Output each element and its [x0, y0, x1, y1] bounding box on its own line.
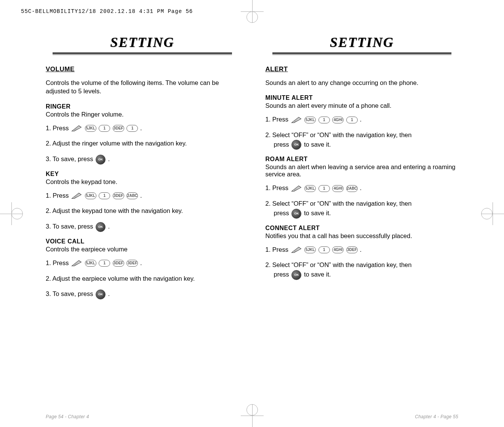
text: 3. To save, press — [46, 155, 95, 162]
key-desc: Controls the keypad tone. — [46, 178, 239, 186]
key-1-icon: 1 — [126, 125, 138, 132]
voice-label: VOICE CALL — [46, 238, 239, 245]
right-page: SETTING ALERT Sounds an alert to any cha… — [252, 34, 472, 404]
key-4-icon: 4GHI — [332, 246, 344, 253]
key-step2: 2. Adjust the keypad tone with the navig… — [46, 206, 239, 216]
text: . — [108, 223, 110, 230]
connect-label: CONNECT ALERT — [266, 225, 459, 232]
minute-desc: Sounds an alert every minute of a phone … — [266, 102, 459, 109]
text: 1. Press — [266, 246, 290, 253]
key-1-icon: 1 — [318, 246, 330, 253]
minute-step1: 1. Press 5JKL 1 4GHI 1 . — [266, 115, 459, 124]
ok-button-icon — [96, 289, 106, 299]
alert-intro: Sounds an alert to any change occurring … — [266, 78, 459, 87]
text: press — [274, 141, 291, 148]
crop-mark-right — [481, 202, 504, 225]
menu-icon — [71, 260, 82, 267]
ringer-step2: 2. Adjust the ringer volume with the nav… — [46, 139, 239, 148]
ok-button-icon — [291, 209, 301, 219]
voice-step3: 3. To save, press . — [46, 289, 239, 299]
ringer-step3: 3. To save, press . — [46, 154, 239, 165]
menu-icon — [291, 185, 302, 192]
text: press — [274, 271, 291, 278]
key-1-icon: 1 — [318, 185, 330, 192]
text: . — [140, 125, 142, 131]
key-4-icon: 4GHI — [332, 117, 344, 123]
voice-step2: 2. Adjust the earpiece volume with the n… — [46, 274, 239, 283]
ringer-step1: 1. Press 5JKL 1 3DEF 1 . — [46, 123, 239, 133]
key-1-icon: 1 — [99, 260, 110, 267]
minute-step2: 2. Select “OFF” or “ON” with the navigat… — [266, 130, 459, 150]
voice-step1: 1. Press 5JKL 1 3DEF 3DEF . — [46, 258, 239, 268]
key-5-icon: 5JKL — [304, 185, 316, 192]
key-5-icon: 5JKL — [304, 117, 316, 123]
ringer-desc: Controls the Ringer volume. — [46, 111, 239, 118]
ringer-label: RINGER — [46, 103, 239, 110]
menu-icon — [71, 192, 82, 199]
title-underline — [53, 53, 232, 55]
voice-desc: Controls the earpiece volume — [46, 246, 239, 253]
text: press — [274, 210, 291, 216]
key-1-icon: 1 — [99, 125, 110, 132]
file-header: 55C-BELLMOBILITY12/18 2002.12.18 4:31 PM… — [21, 8, 193, 14]
text: 1. Press — [46, 125, 70, 131]
text: . — [360, 246, 362, 253]
key-1-icon: 1 — [346, 117, 358, 123]
volume-heading: VOLUME — [46, 66, 239, 73]
ok-button-icon — [96, 222, 106, 232]
text: to save it. — [304, 210, 331, 216]
crop-mark-top — [241, 0, 264, 23]
page-title-left: SETTING — [46, 34, 239, 50]
text: to save it. — [304, 271, 331, 278]
key-5-icon: 5JKL — [85, 125, 96, 132]
crop-mark-left — [0, 202, 23, 225]
page-spread: SETTING VOLUME Controls the volume of th… — [32, 34, 472, 404]
key-1-icon: 1 — [99, 192, 110, 199]
crop-mark-bottom — [241, 404, 264, 427]
footer-right: Chapter 4 - Page 55 — [415, 414, 458, 419]
text: 2. Select “OFF” or “ON” with the navigat… — [266, 261, 412, 268]
ok-button-icon — [291, 270, 301, 280]
text: . — [140, 192, 142, 199]
key-3-icon: 3DEF — [113, 260, 124, 267]
connect-step1: 1. Press 5JKL 1 4GHI 3DEF . — [266, 245, 459, 254]
text: 1. Press — [46, 259, 70, 266]
text: 3. To save, press — [46, 290, 95, 297]
text: to save it. — [304, 141, 331, 148]
menu-icon — [291, 117, 302, 123]
key-3-icon: 3DEF — [113, 192, 124, 199]
minute-label: MINUTE ALERT — [266, 94, 459, 101]
roam-step2: 2. Select “OFF” or “ON” with the navigat… — [266, 199, 459, 218]
ok-button-icon — [96, 155, 106, 165]
key-label: KEY — [46, 171, 239, 178]
roam-desc: Sounds an alert when leaving a service a… — [266, 163, 459, 178]
text: 2. Select “OFF” or “ON” with the navigat… — [266, 131, 412, 138]
key-4-icon: 4GHI — [332, 185, 344, 192]
roam-step1: 1. Press 5JKL 1 4GHI 2ABC . — [266, 183, 459, 193]
text: 3. To save, press — [46, 223, 95, 230]
key-5-icon: 5JKL — [85, 260, 96, 267]
menu-icon — [71, 125, 82, 132]
key-3-icon: 3DEF — [346, 246, 358, 253]
text: . — [360, 116, 362, 123]
text: 2. Select “OFF” or “ON” with the navigat… — [266, 200, 412, 207]
menu-icon — [291, 246, 302, 253]
key-3-icon: 3DEF — [113, 125, 124, 132]
alert-heading: ALERT — [266, 66, 459, 73]
page-title-right: SETTING — [266, 34, 459, 50]
text: . — [140, 259, 142, 266]
left-page: SETTING VOLUME Controls the volume of th… — [32, 34, 252, 404]
volume-intro: Controls the volume of the following ite… — [46, 78, 239, 96]
connect-desc: Notifies you that a call has been succes… — [266, 232, 459, 240]
text: . — [108, 155, 110, 162]
key-5-icon: 5JKL — [304, 246, 316, 253]
key-step1: 1. Press 5JKL 1 3DEF 2ABC . — [46, 191, 239, 200]
text: 1. Press — [266, 184, 290, 191]
roam-label: ROAM ALERT — [266, 156, 459, 163]
key-step3: 3. To save, press . — [46, 222, 239, 232]
key-5-icon: 5JKL — [85, 192, 96, 199]
key-1-icon: 1 — [318, 117, 330, 123]
key-2-icon: 2ABC — [126, 192, 138, 199]
text: . — [360, 184, 362, 191]
key-2-icon: 2ABC — [346, 185, 358, 192]
